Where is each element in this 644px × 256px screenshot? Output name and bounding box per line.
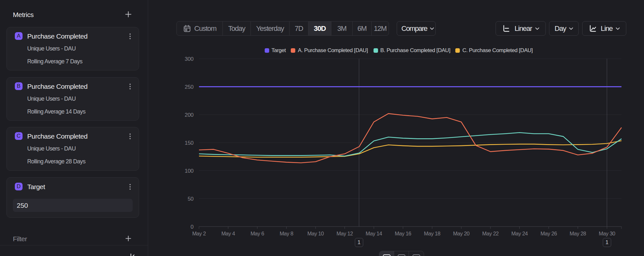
svg-text:May 18: May 18 [424, 231, 440, 236]
svg-text:May 30: May 30 [599, 231, 615, 236]
svg-text:250: 250 [185, 84, 194, 90]
svg-text:100: 100 [185, 168, 194, 174]
svg-text:50: 50 [188, 196, 194, 202]
svg-text:May 4: May 4 [221, 231, 235, 236]
svg-text:May 6: May 6 [251, 231, 264, 236]
svg-text:May 8: May 8 [279, 231, 293, 236]
svg-text:May 12: May 12 [336, 231, 353, 236]
svg-text:150: 150 [185, 140, 194, 146]
svg-text:May 22: May 22 [482, 231, 499, 236]
svg-text:May 26: May 26 [541, 231, 557, 236]
svg-text:200: 200 [185, 112, 194, 118]
svg-text:0: 0 [191, 224, 194, 230]
svg-text:May 14: May 14 [366, 231, 382, 236]
svg-text:May 20: May 20 [453, 231, 469, 236]
svg-text:May 16: May 16 [395, 231, 411, 236]
svg-text:May 2: May 2 [192, 231, 206, 236]
svg-text:May 28: May 28 [570, 231, 586, 236]
svg-text:May 24: May 24 [511, 231, 528, 236]
svg-text:300: 300 [185, 56, 194, 62]
svg-text:May 10: May 10 [308, 231, 324, 236]
